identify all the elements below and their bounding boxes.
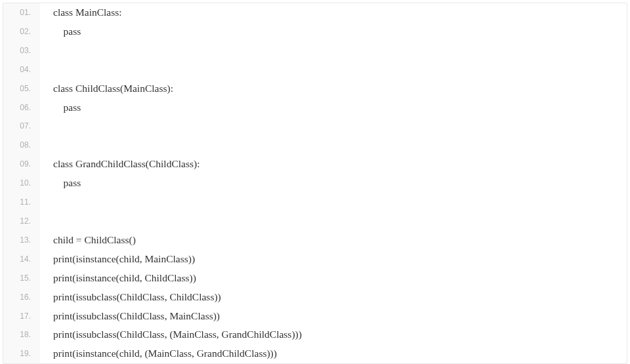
line-number: 12. — [3, 212, 40, 231]
code-line: 16.print(issubclass(ChildClass, ChildCla… — [3, 288, 627, 307]
code-line: 10. pass — [3, 174, 627, 193]
line-number: 10. — [3, 174, 40, 193]
code-line: 03. — [3, 41, 627, 60]
line-number: 05. — [3, 79, 40, 98]
line-number: 14. — [3, 250, 40, 269]
code-line: 07. — [3, 117, 627, 136]
line-number: 07. — [3, 117, 40, 136]
code-line: 05.class ChildClass(MainClass): — [3, 79, 627, 98]
code-line: 06. pass — [3, 98, 627, 117]
line-number: 02. — [3, 22, 40, 41]
code-line: 04. — [3, 60, 627, 79]
line-number: 03. — [3, 41, 40, 60]
line-number: 16. — [3, 288, 40, 307]
code-line: 11. — [3, 193, 627, 212]
line-number: 04. — [3, 60, 40, 79]
line-content: print(issubclass(ChildClass, (MainClass,… — [40, 325, 302, 344]
line-content: pass — [40, 174, 81, 193]
line-number: 19. — [3, 344, 40, 363]
line-content: print(isinstance(child, ChildClass)) — [40, 269, 196, 288]
line-number: 11. — [3, 193, 40, 212]
line-number: 13. — [3, 231, 40, 250]
code-line: 18.print(issubclass(ChildClass, (MainCla… — [3, 325, 627, 344]
line-content: print(isinstance(child, MainClass)) — [40, 250, 195, 269]
code-line: 15.print(isinstance(child, ChildClass)) — [3, 269, 627, 288]
line-content: pass — [40, 98, 81, 117]
code-line: 14.print(isinstance(child, MainClass)) — [3, 250, 627, 269]
line-content: pass — [40, 22, 81, 41]
line-number: 17. — [3, 307, 40, 326]
code-line: 02. pass — [3, 22, 627, 41]
line-number: 18. — [3, 325, 40, 344]
line-content: print(isinstance(child, (MainClass, Gran… — [40, 344, 277, 363]
line-content: print(issubclass(ChildClass, ChildClass)… — [40, 288, 221, 307]
code-line: 09.class GrandChildClass(ChildClass): — [3, 155, 627, 174]
line-content: class GrandChildClass(ChildClass): — [40, 155, 200, 174]
code-line: 12. — [3, 212, 627, 231]
line-number: 01. — [3, 3, 40, 22]
code-line: 19.print(isinstance(child, (MainClass, G… — [3, 344, 627, 363]
code-line: 08. — [3, 136, 627, 155]
code-line: 17.print(issubclass(ChildClass, MainClas… — [3, 307, 627, 326]
line-number: 09. — [3, 155, 40, 174]
line-content: child = ChildClass() — [40, 231, 136, 250]
line-number: 08. — [3, 136, 40, 155]
line-content: class ChildClass(MainClass): — [40, 79, 173, 98]
code-line: 13.child = ChildClass() — [3, 231, 627, 250]
code-line: 01.class MainClass: — [3, 3, 627, 22]
line-content: class MainClass: — [40, 3, 122, 22]
code-block: 01.class MainClass:02. pass03.04.05.clas… — [3, 3, 627, 364]
line-number: 15. — [3, 269, 40, 288]
line-content: print(issubclass(ChildClass, MainClass)) — [40, 307, 220, 326]
line-number: 06. — [3, 98, 40, 117]
